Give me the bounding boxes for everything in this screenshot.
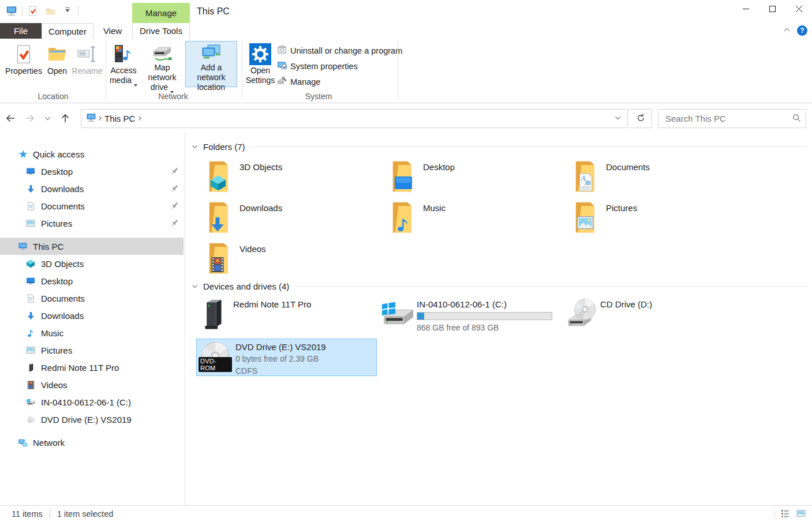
- collapse-ribbon-chevron-icon[interactable]: [783, 25, 791, 36]
- devices-section-header[interactable]: Devices and drives (4): [191, 280, 807, 292]
- sidebar-item-videos[interactable]: Videos: [0, 376, 184, 393]
- items-count: 11 items: [12, 509, 43, 519]
- uninstall-program-button[interactable]: Uninstall or change a program: [277, 44, 402, 58]
- device-tile-redmi-phone[interactable]: Redmi Note 11T Pro: [196, 296, 371, 336]
- drive-filesystem: CDFS: [235, 365, 326, 377]
- collapse-section-chevron-icon[interactable]: [191, 283, 199, 290]
- computer-icon[interactable]: [5, 4, 18, 18]
- pictures-folder-icon: [569, 200, 603, 235]
- tab-drive-tools[interactable]: Drive Tools: [132, 23, 190, 39]
- toolbar-divider: [22, 6, 23, 16]
- sidebar-item-3d-objects[interactable]: 3D Objects: [0, 255, 184, 272]
- this-pc-icon: [17, 241, 28, 251]
- section-divider: [295, 286, 807, 287]
- open-settings-button[interactable]: Open Settings: [245, 42, 276, 85]
- forward-arrow-icon[interactable]: [24, 112, 36, 126]
- breadcrumb-chevron-icon[interactable]: [136, 114, 143, 123]
- sidebar-item-documents[interactable]: Documents: [0, 197, 184, 215]
- refresh-button[interactable]: [630, 109, 652, 128]
- sidebar-item-dvd-drive[interactable]: DVD Drive (E:) VS2019: [0, 411, 184, 428]
- rename-button[interactable]: Rename: [70, 42, 104, 85]
- address-bar[interactable]: This PC: [81, 109, 628, 128]
- breadcrumb-this-pc[interactable]: This PC: [104, 114, 135, 123]
- sidebar-item-redmi-phone[interactable]: Redmi Note 11T Pro: [0, 359, 184, 376]
- sidebar-item-network[interactable]: Network: [0, 434, 184, 451]
- system-properties-button[interactable]: System properties: [277, 59, 358, 73]
- folder-tile-desktop[interactable]: Desktop: [386, 159, 560, 196]
- tab-file[interactable]: File: [0, 23, 42, 39]
- sidebar-item-desktop[interactable]: Desktop: [0, 272, 184, 290]
- minimize-icon: [743, 6, 749, 12]
- sidebar-item-downloads[interactable]: Downloads: [0, 180, 184, 197]
- documents-icon: [25, 201, 36, 211]
- map-network-drive-button[interactable]: Map network drive: [139, 42, 185, 85]
- sidebar-item-pictures[interactable]: Pictures: [0, 341, 184, 359]
- title-bar: Manage This PC: [0, 0, 812, 23]
- items-view: Folders (7) 3D Objects Desktop Documents: [185, 133, 812, 505]
- folder-tile-videos[interactable]: Videos: [203, 241, 377, 278]
- documents-icon: [25, 293, 36, 303]
- sidebar-item-documents[interactable]: Documents: [0, 290, 184, 307]
- dropdown-caret-icon: [134, 84, 137, 88]
- minimize-button[interactable]: [732, 0, 759, 17]
- breadcrumb-chevron-icon[interactable]: [96, 114, 103, 123]
- selection-count: 1 item selected: [57, 509, 114, 519]
- details-view-icon[interactable]: [781, 509, 790, 520]
- drive-usage-bar: [417, 312, 552, 320]
- recent-locations-chevron-icon[interactable]: [44, 114, 51, 124]
- back-arrow-icon[interactable]: [5, 112, 16, 126]
- open-folder-icon: [47, 42, 68, 66]
- collapse-section-chevron-icon[interactable]: [191, 143, 199, 151]
- phone-device-icon: [196, 296, 230, 331]
- device-tile-dvd-drive-selected[interactable]: DVD-ROM DVD Drive (E:) VS2019 0 bytes fr…: [196, 339, 377, 376]
- properties-check-icon[interactable]: [26, 4, 40, 18]
- documents-folder-icon: [569, 159, 603, 194]
- folder-tile-pictures[interactable]: Pictures: [569, 200, 743, 237]
- drive-name: IN-0410-0612-06-1 (C:): [417, 299, 507, 309]
- folders-section-header[interactable]: Folders (7): [191, 141, 807, 152]
- folder-icon[interactable]: [43, 4, 57, 18]
- sidebar-item-quick-access[interactable]: Quick access: [0, 145, 184, 163]
- folder-tile-music[interactable]: Music: [386, 200, 560, 237]
- pin-icon: [170, 184, 179, 195]
- customize-toolbar-dropdown-icon[interactable]: [61, 4, 74, 18]
- up-arrow-icon[interactable]: [59, 112, 71, 126]
- toolbar-divider: [78, 6, 78, 16]
- window-controls: [732, 0, 812, 17]
- properties-button[interactable]: Properties: [5, 42, 43, 85]
- access-media-button[interactable]: Access media: [109, 42, 138, 85]
- music-icon: [25, 328, 36, 338]
- search-box[interactable]: [658, 109, 806, 128]
- downloads-icon: [25, 310, 36, 321]
- dvd-drive-icon: [25, 414, 36, 425]
- videos-icon: [25, 380, 36, 390]
- tab-computer[interactable]: Computer: [42, 23, 93, 39]
- folder-tile-3d-objects[interactable]: 3D Objects: [203, 159, 377, 196]
- sidebar-item-c-drive[interactable]: IN-0410-0612-06-1 (C:): [0, 393, 184, 411]
- device-tile-cd-drive[interactable]: CD Drive (D:): [563, 296, 738, 336]
- sidebar-item-downloads[interactable]: Downloads: [0, 307, 184, 324]
- folder-tile-downloads[interactable]: Downloads: [203, 200, 377, 237]
- address-dropdown-chevron-icon[interactable]: [614, 114, 622, 123]
- sidebar-item-pictures[interactable]: Pictures: [0, 215, 184, 232]
- tab-view[interactable]: View: [93, 23, 132, 39]
- manage-contextual-tab-group[interactable]: Manage: [132, 3, 190, 23]
- close-button[interactable]: [785, 0, 812, 17]
- large-thumbnails-view-icon[interactable]: [796, 509, 806, 520]
- os-drive-icon: [380, 296, 413, 331]
- section-divider: [251, 147, 807, 147]
- sidebar-item-desktop[interactable]: Desktop: [0, 163, 184, 180]
- cd-drive-icon: [563, 296, 597, 331]
- sidebar-item-this-pc[interactable]: This PC: [0, 238, 184, 255]
- maximize-button[interactable]: [759, 0, 785, 17]
- file-explorer-window: Manage This PC File Computer View Drive …: [0, 0, 812, 522]
- search-input[interactable]: [664, 113, 792, 124]
- sidebar-item-music[interactable]: Music: [0, 324, 184, 341]
- add-network-location-button[interactable]: Add a network location: [185, 41, 237, 87]
- group-label-system: System: [305, 92, 332, 101]
- folder-tile-documents[interactable]: Documents: [569, 159, 743, 196]
- open-button[interactable]: Open: [44, 42, 70, 85]
- device-tile-c-drive[interactable]: IN-0410-0612-06-1 (C:) 868 GB free of 89…: [380, 296, 554, 336]
- help-icon[interactable]: ?: [797, 25, 807, 36]
- manage-button[interactable]: Manage: [277, 75, 320, 89]
